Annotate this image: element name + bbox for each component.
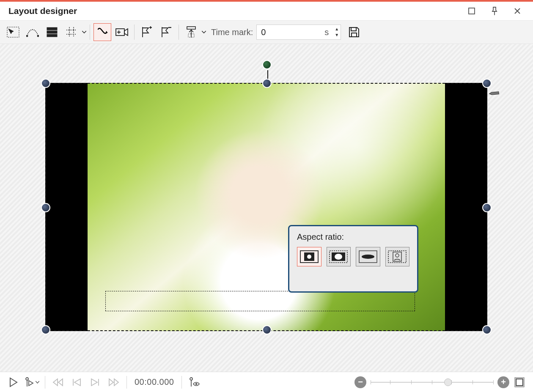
bar-separator	[126, 376, 127, 389]
curve-tool-button[interactable]	[24, 23, 41, 41]
resize-handle-top-mid[interactable]	[262, 79, 272, 88]
resize-handle-left-mid[interactable]	[41, 203, 50, 212]
chevron-down-icon	[36, 381, 39, 384]
time-mark-field[interactable]: s ▲ ▼	[256, 25, 341, 40]
align-dropdown[interactable]	[181, 23, 207, 41]
time-mark-input[interactable]	[261, 27, 303, 37]
svg-rect-8	[187, 27, 195, 29]
resize-handle-bottom-left[interactable]	[41, 325, 50, 334]
add-camera-button[interactable]	[113, 23, 131, 41]
bar-separator	[181, 376, 182, 389]
zoom-out-button[interactable]: −	[354, 376, 366, 388]
resize-handle-right-mid[interactable]	[482, 203, 492, 212]
close-button[interactable]	[506, 3, 529, 19]
svg-rect-1	[7, 27, 19, 37]
svg-rect-20	[388, 251, 406, 263]
grid-tool-button[interactable]	[63, 23, 80, 41]
resize-handle-bottom-mid[interactable]	[262, 325, 272, 334]
canvas-area[interactable]: Aspect ratio:	[0, 44, 533, 372]
svg-point-17	[335, 254, 342, 260]
app-window: Layout designer	[0, 0, 533, 392]
maximize-button[interactable]	[460, 3, 483, 19]
aspect-option-keep[interactable]	[297, 247, 321, 266]
visibility-marker-button[interactable]	[187, 375, 202, 390]
svg-point-23	[26, 378, 28, 380]
pan-zoom-tool-button[interactable]	[93, 23, 111, 41]
window-title: Layout designer	[8, 6, 460, 16]
svg-point-22	[396, 254, 399, 257]
toolbar: Time mark: s ▲ ▼	[0, 20, 533, 44]
zoom-in-button[interactable]: +	[497, 376, 509, 388]
time-unit-label: s	[324, 27, 329, 37]
svg-rect-21	[393, 252, 401, 261]
bar-separator	[45, 376, 45, 389]
grid-tool-dropdown[interactable]	[62, 23, 87, 41]
chevron-down-icon[interactable]	[201, 31, 207, 33]
playback-bar: 00:00.000 − +	[0, 372, 533, 392]
keyframe-remove-button[interactable]	[157, 23, 175, 41]
chevron-down-icon[interactable]	[81, 31, 87, 33]
zoom-slider[interactable]	[371, 376, 493, 389]
align-tool-button[interactable]	[182, 23, 200, 41]
layers-tool-button[interactable]	[43, 23, 61, 41]
timecode-display: 00:00.000	[135, 377, 174, 387]
next-frame-button[interactable]	[88, 375, 103, 390]
edit-appearance-icon[interactable]	[486, 86, 502, 102]
svg-point-3	[37, 35, 39, 37]
svg-rect-4	[47, 27, 57, 30]
fast-rewind-button[interactable]	[50, 375, 66, 390]
svg-rect-0	[469, 8, 475, 14]
time-mark-label: Time mark:	[211, 27, 253, 37]
svg-point-2	[26, 35, 28, 37]
zoom-slider-thumb[interactable]	[444, 378, 452, 386]
aspect-ratio-title: Aspect ratio:	[297, 232, 409, 242]
svg-rect-11	[352, 33, 357, 37]
svg-point-14	[307, 255, 311, 259]
svg-rect-6	[47, 34, 57, 37]
titlebar: Layout designer	[0, 2, 533, 20]
toolbar-separator	[134, 25, 135, 40]
svg-point-19	[362, 255, 374, 259]
toolbar-separator	[179, 25, 179, 40]
rotation-pivot-handle[interactable]	[262, 60, 272, 69]
svg-rect-26	[516, 379, 523, 386]
svg-rect-5	[47, 31, 57, 33]
svg-point-24	[190, 378, 192, 380]
aspect-ratio-panel: Aspect ratio:	[288, 225, 418, 293]
resize-handle-bottom-right[interactable]	[482, 325, 492, 334]
toolbar-separator	[90, 25, 90, 40]
aspect-option-face[interactable]	[385, 247, 410, 266]
resize-handle-top-left[interactable]	[41, 79, 50, 88]
play-button[interactable]	[6, 375, 21, 390]
caption-placeholder-rect[interactable]	[105, 291, 415, 311]
svg-point-25	[195, 383, 198, 385]
spin-up-button[interactable]: ▲	[335, 26, 339, 32]
selection-tool-button[interactable]	[4, 23, 22, 41]
aspect-option-crop[interactable]	[327, 247, 351, 266]
spin-down-button[interactable]: ▼	[335, 32, 339, 38]
save-button[interactable]	[345, 23, 363, 41]
prev-frame-button[interactable]	[69, 375, 84, 390]
pin-button[interactable]	[483, 3, 506, 19]
fit-to-window-button[interactable]	[512, 375, 527, 390]
keyframe-add-button[interactable]	[138, 23, 156, 41]
fast-forward-button[interactable]	[106, 375, 121, 390]
aspect-option-letterbox[interactable]	[356, 247, 380, 266]
svg-rect-10	[351, 27, 356, 31]
resize-handle-top-right[interactable]	[482, 79, 492, 88]
play-range-dropdown[interactable]	[25, 375, 40, 390]
